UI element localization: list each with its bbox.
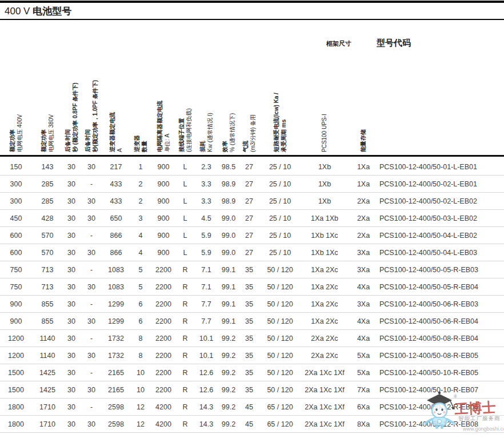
cell-backup-time-10pf: 30 [80, 416, 103, 433]
cell-airflow: 27 [240, 193, 258, 210]
cell-rated-power-380v: 855 [32, 313, 63, 330]
cell-terminal-position: R [175, 296, 195, 313]
cell-model-code: PCS100-12-400/50-04-L-EB02 [379, 227, 504, 244]
cell-inverter-qty: 1 [129, 158, 152, 176]
cell-backup-time-08pf: 30 [63, 399, 80, 416]
cell-inverter-qty: 8 [129, 330, 152, 347]
cell-grid-isolator-current: 2200 [152, 261, 175, 278]
cell-grid-isolator-current: 2200 [152, 296, 175, 313]
cell-backup-time-08pf: 30 [63, 347, 80, 364]
cell-frame-ups: 2Xa 1Xc 1Xf [302, 364, 347, 381]
cell-backup-time-10pf: 30 [80, 313, 103, 330]
cell-terminal-position: R [175, 330, 195, 347]
cell-airflow: 35 [240, 278, 258, 296]
cell-short-circuit-icw: 25 / 10 [258, 193, 302, 210]
cell-terminal-position: R [175, 313, 195, 330]
cell-frame-energy-storage: 1Xa [347, 176, 379, 193]
cell-rated-power-400v: 900 [0, 313, 32, 330]
cell-rated-power-380v: 1425 [32, 364, 63, 381]
col-header-rated-power-400v: 额定功率电网电压 400V [9, 114, 23, 152]
cell-inverter-rated-current: 2165 [103, 381, 129, 399]
page-title-prefix: 400 V [5, 6, 33, 17]
cell-frame-energy-storage: 2Xa [347, 227, 379, 244]
cell-airflow: 35 [240, 347, 258, 364]
cell-inverter-qty: 8 [129, 347, 152, 364]
cell-backup-time-10pf: - [80, 227, 103, 244]
cell-rated-power-380v: 428 [32, 210, 63, 227]
cell-loss-kw: 5.9 [195, 244, 217, 261]
cell-rated-power-400v: 900 [0, 296, 32, 313]
cell-grid-isolator-current: 2200 [152, 381, 175, 399]
col-header-rated-power-380v: 额定功率电网电压 380V [40, 114, 55, 152]
cell-backup-time-10pf: 30 [80, 278, 103, 296]
cell-inverter-rated-current: 2165 [103, 364, 129, 381]
cell-inverter-rated-current: 1732 [103, 330, 129, 347]
cell-terminal-position: R [175, 381, 195, 399]
cell-grid-isolator-current: 4200 [152, 433, 175, 438]
cell-frame-ups: 2Xa 1Xc 1Xf [302, 433, 347, 438]
cell-frame-energy-storage: 4Xa [347, 330, 379, 347]
cell-inverter-rated-current: 217 [103, 158, 129, 176]
table-row: 90085530-129962200R7.799.13550 / 1201Xa … [0, 296, 504, 313]
watermark-logo: ® 工博士 智能工厂服务商 www.gongboshi.com [394, 389, 504, 438]
cell-short-circuit-icw: 25 / 10 [258, 158, 302, 176]
cell-loss-kw: 7.7 [195, 313, 217, 330]
cell-terminal-position: R [175, 347, 195, 364]
table-row: 15014330302171900L2.398.52725 / 101Xb1Xa… [0, 158, 504, 176]
frame-size-label: 框架尺寸 [326, 39, 351, 48]
cell-grid-isolator-current: 2200 [152, 330, 175, 347]
cell-short-circuit-icw: 25 / 10 [258, 227, 302, 244]
cell-frame-ups: 1Xa 2Xc [302, 278, 347, 296]
cell-efficiency-pct: 99.2 [217, 433, 240, 438]
cell-backup-time-10pf: 30 [80, 244, 103, 261]
cell-rated-power-380v: 1425 [32, 381, 63, 399]
header-rule [0, 155, 504, 157]
cell-frame-energy-storage: 8Xa [347, 416, 379, 433]
cell-efficiency-pct: 99.1 [217, 261, 240, 278]
cell-efficiency-pct: 99.0 [217, 210, 240, 227]
cell-rated-power-400v: 600 [0, 244, 32, 261]
cell-inverter-rated-current: 2598 [103, 399, 129, 416]
cell-inverter-qty: 6 [129, 296, 152, 313]
cell-inverter-rated-current: 433 [103, 193, 129, 210]
table-row: 1200114030-173282200R10.199.23550 / 1202… [0, 330, 504, 347]
cell-backup-time-08pf: 30 [63, 433, 80, 438]
cell-backup-time-08pf: 30 [63, 261, 80, 278]
cell-rated-power-400v: 1800 [0, 399, 32, 416]
cell-backup-time-10pf: 30 [80, 381, 103, 399]
cell-model-code: PCS100-12-400/50-10-R-EB05 [379, 364, 504, 381]
cell-rated-power-380v: 1140 [32, 347, 63, 364]
cell-backup-time-10pf: 30 [80, 193, 103, 210]
table-row: 30028530304332900L3.398.92725 / 101Xb2Xa… [0, 193, 504, 210]
cell-short-circuit-icw: 25 / 10 [258, 244, 302, 261]
cell-inverter-rated-current: 2598 [103, 416, 129, 433]
cell-model-code: PCS100-12-400/50-08-R-EB05 [379, 347, 504, 364]
col-header-airflow: 气流(m3/分钟) 备用 [242, 114, 257, 152]
cell-loss-kw: 3.3 [195, 193, 217, 210]
cell-rated-power-380v: 285 [32, 193, 63, 210]
cell-backup-time-08pf: 30 [63, 210, 80, 227]
cell-frame-energy-storage: 7Xa [347, 381, 379, 399]
cell-efficiency-pct: 98.9 [217, 193, 240, 210]
cell-backup-time-08pf: 30 [63, 227, 80, 244]
cell-model-code: PCS100-12-400/50-03-L-EB02 [379, 210, 504, 227]
table-row: 30028530-4332900L3.398.92725 / 101Xb1XaP… [0, 176, 504, 193]
watermark: ® 工博士 智能工厂服务商 www.gongboshi.com [394, 389, 504, 438]
table-row: 45042830306503900L4.599.02725 / 101Xa 1X… [0, 210, 504, 227]
cell-backup-time-10pf: - [80, 330, 103, 347]
cell-airflow: 27 [240, 210, 258, 227]
cell-short-circuit-icw: 65 / 120 [258, 433, 302, 438]
cell-frame-ups: 1Xb [302, 176, 347, 193]
cell-efficiency-pct: 98.5 [217, 158, 240, 176]
table-row: 120011403030173282200R10.199.23550 / 120… [0, 347, 504, 364]
cell-frame-ups: 2Xa 2Xc [302, 347, 347, 364]
cell-loss-kw: 2.3 [195, 158, 217, 176]
cell-terminal-position: L [175, 176, 195, 193]
cell-inverter-rated-current: 1299 [103, 296, 129, 313]
cell-backup-time-10pf: - [80, 364, 103, 381]
cell-grid-isolator-current: 4200 [152, 416, 175, 433]
cell-backup-time-10pf: 30 [80, 210, 103, 227]
col-header-frame-energy-storage: 能量存储 [359, 129, 367, 152]
cell-rated-power-400v: 150 [0, 158, 32, 176]
cell-rated-power-380v: 713 [32, 261, 63, 278]
